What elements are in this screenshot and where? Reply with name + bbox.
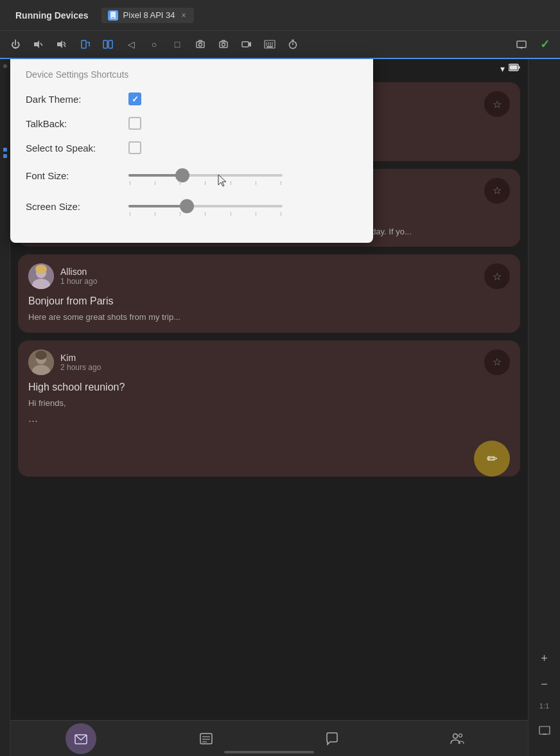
talkback-row: TalkBack: xyxy=(26,117,358,130)
tab-close-button[interactable]: × xyxy=(180,11,188,20)
camera-button[interactable] xyxy=(213,34,234,55)
svg-marker-2 xyxy=(34,40,39,48)
screen-size-thumb[interactable] xyxy=(180,199,194,213)
kim-subject: High school reunion? xyxy=(28,382,510,393)
tab-device-icon xyxy=(108,10,118,21)
status-bar: ▾ xyxy=(493,59,528,78)
font-size-filled xyxy=(128,174,182,177)
display-settings-button[interactable] xyxy=(511,34,532,55)
font-size-row: Font Size: xyxy=(26,166,358,185)
zoom-level: 1:1 xyxy=(539,702,549,710)
allison-time: 1 hour ago xyxy=(60,277,478,286)
svg-rect-14 xyxy=(242,42,249,47)
sidebar-marker xyxy=(3,148,7,152)
svg-rect-1 xyxy=(112,17,114,18)
screen-size-slider-container xyxy=(128,197,358,216)
allison-meta: Allison 1 hour ago xyxy=(60,267,478,286)
people-nav-button[interactable] xyxy=(442,723,473,754)
kim-star-button[interactable]: ☆ xyxy=(484,349,510,375)
tick xyxy=(256,181,256,185)
tick xyxy=(180,212,180,216)
settings-panel-title: Device Settings Shortcuts xyxy=(26,69,358,80)
svg-rect-36 xyxy=(510,66,518,70)
screen-size-row: Screen Size: xyxy=(26,197,358,216)
list-nav-button[interactable] xyxy=(191,723,222,754)
font-size-thumb[interactable] xyxy=(175,168,189,182)
tick xyxy=(256,212,256,216)
kim-meta: Kim 2 hours ago xyxy=(60,353,478,372)
star-icon: ☆ xyxy=(493,98,502,110)
screenshot-button[interactable] xyxy=(190,34,211,55)
svg-rect-7 xyxy=(82,40,86,48)
sidebar-indicator xyxy=(3,64,7,68)
svg-point-11 xyxy=(199,43,202,46)
svg-rect-30 xyxy=(517,41,526,48)
tick xyxy=(180,181,180,185)
minus-button[interactable]: − xyxy=(534,674,555,694)
talkback-checkbox[interactable] xyxy=(128,117,141,130)
dark-theme-row: Dark Theme: ✓ xyxy=(26,92,358,105)
video-button[interactable] xyxy=(236,34,257,55)
tick xyxy=(205,181,206,185)
kim-star-icon: ☆ xyxy=(493,356,502,368)
device-settings-panel: Device Settings Shortcuts Dark Theme: ✓ … xyxy=(10,59,373,243)
stopwatch-button[interactable] xyxy=(283,34,303,55)
select-to-speak-row: Select to Speak: xyxy=(26,141,358,154)
dark-theme-checkbox[interactable]: ✓ xyxy=(128,92,141,105)
tick xyxy=(155,181,155,185)
keyboard-button[interactable] xyxy=(259,34,280,55)
font-size-track xyxy=(128,174,283,177)
sidebar-marker2 xyxy=(3,154,7,158)
kim-avatar xyxy=(28,349,54,375)
screen-size-track xyxy=(128,205,283,207)
wifi-icon: ▾ xyxy=(500,64,505,74)
notification-card-kim[interactable]: Kim 2 hours ago ☆ High school reunion? H… xyxy=(18,340,520,477)
add-button[interactable]: + xyxy=(534,648,555,669)
volume-down-button[interactable] xyxy=(28,34,49,55)
svg-rect-35 xyxy=(519,66,520,69)
kim-preview: Hi friends, xyxy=(28,397,510,410)
select-to-speak-checkbox[interactable] xyxy=(128,141,141,154)
svg-point-51 xyxy=(35,351,47,360)
compose-fab-button[interactable]: ✏ xyxy=(474,441,510,477)
screen-mode-button[interactable] xyxy=(534,720,555,741)
font-size-ticks xyxy=(128,181,283,185)
allison-subject: Bonjour from Paris xyxy=(28,295,510,307)
battery-icon xyxy=(509,63,520,74)
star-button[interactable]: ☆ xyxy=(484,91,510,117)
home-button[interactable]: ○ xyxy=(144,34,164,55)
ali-star-button[interactable]: ☆ xyxy=(484,178,510,204)
recents-button[interactable]: □ xyxy=(167,34,188,55)
ali-star-icon: ☆ xyxy=(493,184,502,197)
check-button[interactable]: ✓ xyxy=(534,34,555,55)
notification-card-allison[interactable]: Allison 1 hour ago ☆ Bonjour from Paris … xyxy=(18,254,520,333)
chat-nav-button[interactable] xyxy=(317,723,347,754)
power-button[interactable]: ⏻ xyxy=(5,34,26,55)
kim-name: Kim xyxy=(60,353,478,363)
svg-rect-59 xyxy=(539,726,550,734)
phone-screen: Device Settings Shortcuts Dark Theme: ✓ … xyxy=(10,59,528,756)
right-panel: + − 1:1 xyxy=(528,59,560,756)
rotate-button[interactable] xyxy=(74,34,95,55)
device-tab[interactable]: Pixel 8 API 34 × xyxy=(101,8,194,23)
tab-label: Pixel 8 API 34 xyxy=(123,10,175,20)
volume-up-button[interactable] xyxy=(51,34,72,55)
select-to-speak-label: Select to Speak: xyxy=(26,143,128,154)
kim-card-header: Kim 2 hours ago ☆ xyxy=(28,349,510,375)
tick xyxy=(231,181,231,185)
svg-line-3 xyxy=(40,43,42,46)
back-button[interactable]: ◁ xyxy=(121,34,141,55)
tick xyxy=(155,212,155,216)
toolbar-right: ✓ xyxy=(511,34,555,55)
home-indicator xyxy=(224,751,314,753)
svg-point-57 xyxy=(453,734,458,738)
allison-star-icon: ☆ xyxy=(493,270,502,283)
screen-size-label: Screen Size: xyxy=(26,201,128,212)
email-nav-button[interactable] xyxy=(66,723,96,754)
svg-rect-9 xyxy=(109,40,112,48)
compose-icon: ✏ xyxy=(487,451,498,466)
svg-point-47 xyxy=(35,265,47,274)
allison-star-button[interactable]: ☆ xyxy=(484,263,510,289)
tick xyxy=(281,212,281,216)
fold-button[interactable] xyxy=(98,34,118,55)
